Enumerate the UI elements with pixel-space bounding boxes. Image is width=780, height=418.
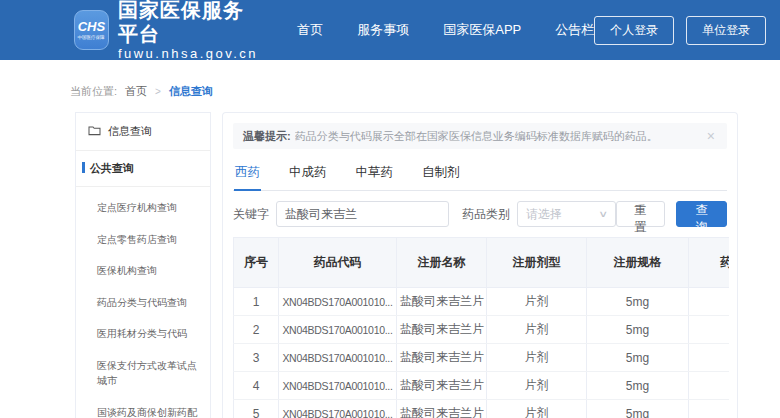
sidebar-item-negotiated-drugs-institutions[interactable]: 国谈药及商保创新药配备机构查询 (76, 397, 210, 418)
cell-registered-name: 盐酸司来吉兰片 (397, 372, 487, 400)
cell-specification: 5mg (587, 372, 689, 400)
col-header-dosage-form: 注册剂型 (487, 238, 587, 288)
cell-drug-code: XN04BDS170A001010... (279, 400, 397, 418)
notice-text: 药品分类与代码展示全部在国家医保信息业务编码标准数据库赋码的药品。 (295, 129, 658, 144)
folder-icon (88, 125, 101, 138)
site-title: 国家医保服务平台 (118, 0, 263, 46)
cell-specification: 5mg (587, 400, 689, 418)
cell-registered-name: 盐酸司来吉兰片 (397, 288, 487, 316)
col-header-registered-name: 注册名称 (397, 238, 487, 288)
cell-clipped (689, 288, 730, 316)
cell-index: 2 (234, 316, 279, 344)
breadcrumb: 当前位置: 首页 > 信息查询 (70, 84, 213, 99)
results-table: 序号 药品代码 注册名称 注册剂型 注册规格 药 1 XN04BDS170A00… (233, 237, 729, 418)
logo-badge-subtext: 中国医疗保障 (78, 34, 105, 40)
logo-badge-text: CHS (78, 20, 105, 34)
table-row: 1 XN04BDS170A001010... 盐酸司来吉兰片 片剂 5mg (234, 288, 730, 316)
keyword-input[interactable] (276, 201, 449, 227)
cell-specification: 5mg (587, 344, 689, 372)
login-buttons: 个人登录 单位登录 (594, 16, 766, 45)
search-filters: 关键字 药品类别 请选择 ∨ 重置 查询 (233, 201, 727, 227)
notice-prefix: 温馨提示: (243, 129, 291, 144)
cell-clipped (689, 372, 730, 400)
table-row: 3 XN04BDS170A001010... 盐酸司来吉兰片 片剂 5mg (234, 344, 730, 372)
chevron-down-icon: ∨ (599, 209, 609, 219)
cell-clipped (689, 344, 730, 372)
breadcrumb-current[interactable]: 信息查询 (169, 84, 213, 99)
nav-item-services[interactable]: 服务事项 (357, 21, 409, 39)
sidebar-section-label: 公共查询 (90, 162, 134, 174)
table-row: 2 XN04BDS170A001010... 盐酸司来吉兰片 片剂 5mg (234, 316, 730, 344)
reset-button[interactable]: 重置 (616, 201, 665, 227)
sidebar-item-designated-pharmacies[interactable]: 定点零售药店查询 (76, 224, 210, 256)
cell-dosage-form: 片剂 (487, 288, 587, 316)
results-table-scroll-area[interactable]: 序号 药品代码 注册名称 注册剂型 注册规格 药 1 XN04BDS170A00… (233, 237, 729, 418)
sidebar-section-public-query[interactable]: 公共查询 (76, 151, 210, 187)
sidebar-item-designated-medical-institutions[interactable]: 定点医疗机构查询 (76, 192, 210, 224)
col-header-clipped: 药 (689, 238, 730, 288)
nav-item-app[interactable]: 国家医保APP (443, 21, 521, 39)
cell-registered-name: 盐酸司来吉兰片 (397, 344, 487, 372)
cell-drug-code: XN04BDS170A001010... (279, 316, 397, 344)
col-header-index: 序号 (234, 238, 279, 288)
cell-dosage-form: 片剂 (487, 316, 587, 344)
notice-bar: 温馨提示: 药品分类与代码展示全部在国家医保信息业务编码标准数据库赋码的药品。 … (233, 123, 727, 149)
tab-chinese-herbal-medicine[interactable]: 中草药 (355, 155, 395, 191)
cell-registered-name: 盐酸司来吉兰片 (397, 316, 487, 344)
chs-logo-icon: CHS 中国医疗保障 (74, 10, 109, 50)
table-row: 4 XN04BDS170A001010... 盐酸司来吉兰片 片剂 5mg (234, 372, 730, 400)
cell-specification: 5mg (587, 316, 689, 344)
breadcrumb-separator-icon: > (155, 86, 161, 97)
top-nav: 首页 服务事项 国家医保APP 公告栏 (297, 21, 594, 39)
tab-western-medicine[interactable]: 西药 (234, 155, 261, 191)
tab-self-prepared[interactable]: 自制剂 (421, 155, 461, 191)
tab-chinese-patent-medicine[interactable]: 中成药 (288, 155, 328, 191)
personal-login-button[interactable]: 个人登录 (594, 16, 674, 45)
cell-drug-code: XN04BDS170A001010... (279, 372, 397, 400)
search-button[interactable]: 查询 (676, 201, 727, 227)
close-icon[interactable]: × (705, 128, 717, 144)
cell-drug-code: XN04BDS170A001010... (279, 288, 397, 316)
cell-dosage-form: 片剂 (487, 372, 587, 400)
nav-item-bulletin[interactable]: 公告栏 (555, 21, 594, 39)
cell-index: 1 (234, 288, 279, 316)
logo-text: 国家医保服务平台 fuwu.nhsa.gov.cn (118, 0, 263, 62)
cell-index: 3 (234, 344, 279, 372)
sidebar-item-medical-consumables[interactable]: 医用耗材分类与代码 (76, 318, 210, 350)
sidebar-item-insurance-agencies[interactable]: 医保机构查询 (76, 255, 210, 287)
table-row: 5 XN04BDS170A001010... 盐酸司来吉兰片 片剂 5mg (234, 400, 730, 418)
cell-registered-name: 盐酸司来吉兰片 (397, 400, 487, 418)
sidebar: 信息查询 公共查询 定点医疗机构查询 定点零售药店查询 医保机构查询 药品分类与… (75, 112, 211, 418)
sidebar-header-label: 信息查询 (108, 124, 152, 139)
site-url: fuwu.nhsa.gov.cn (118, 46, 263, 62)
category-select[interactable]: 请选择 ∨ (517, 201, 616, 227)
cell-clipped (689, 316, 730, 344)
sidebar-menu: 定点医疗机构查询 定点零售药店查询 医保机构查询 药品分类与代码查询 医用耗材分… (76, 187, 210, 418)
app-header: CHS 中国医疗保障 国家医保服务平台 fuwu.nhsa.gov.cn 首页 … (0, 0, 780, 60)
sidebar-header-info-query[interactable]: 信息查询 (76, 113, 210, 151)
cell-index: 4 (234, 372, 279, 400)
sidebar-item-drug-classification-code[interactable]: 药品分类与代码查询 (76, 287, 210, 319)
cell-drug-code: XN04BDS170A001010... (279, 344, 397, 372)
cell-dosage-form: 片剂 (487, 400, 587, 418)
logo[interactable]: CHS 中国医疗保障 国家医保服务平台 fuwu.nhsa.gov.cn (74, 0, 263, 62)
cell-dosage-form: 片剂 (487, 344, 587, 372)
category-placeholder: 请选择 (526, 206, 600, 223)
page: CHS 中国医疗保障 国家医保服务平台 fuwu.nhsa.gov.cn 首页 … (0, 0, 780, 418)
table-header-row: 序号 药品代码 注册名称 注册剂型 注册规格 药 (234, 238, 730, 288)
category-label: 药品类别 (462, 206, 510, 223)
nav-item-home[interactable]: 首页 (297, 21, 323, 39)
keyword-label: 关键字 (233, 206, 269, 223)
table-body: 1 XN04BDS170A001010... 盐酸司来吉兰片 片剂 5mg 2 … (234, 288, 730, 418)
sidebar-item-payment-reform-cities[interactable]: 医保支付方式改革试点城市 (76, 350, 210, 397)
unit-login-button[interactable]: 单位登录 (686, 16, 766, 45)
col-header-specification: 注册规格 (587, 238, 689, 288)
cell-index: 5 (234, 400, 279, 418)
drug-type-tabs: 西药 中成药 中草药 自制剂 (233, 155, 727, 191)
main-panel: 温馨提示: 药品分类与代码展示全部在国家医保信息业务编码标准数据库赋码的药品。 … (222, 112, 738, 418)
cell-clipped (689, 400, 730, 418)
breadcrumb-home-link[interactable]: 首页 (125, 84, 147, 99)
breadcrumb-prefix: 当前位置: (70, 84, 117, 99)
col-header-drug-code: 药品代码 (279, 238, 397, 288)
cell-specification: 5mg (587, 288, 689, 316)
